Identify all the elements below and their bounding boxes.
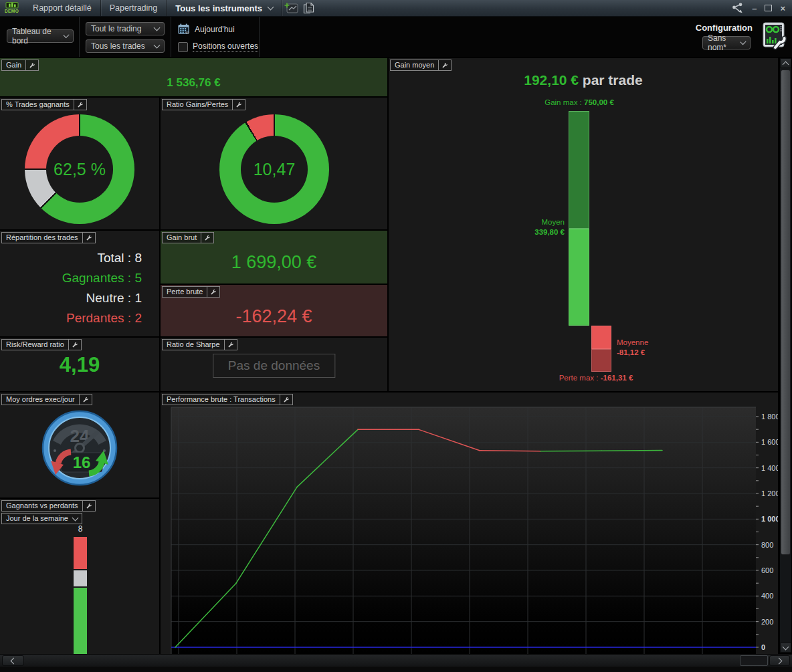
open-positions-label: Positions ouvertes <box>193 41 258 52</box>
gain-max-value: 750,00 € <box>584 98 614 106</box>
copy-report-button[interactable] <box>300 1 317 15</box>
wrench-button[interactable] <box>280 394 293 405</box>
ratio-gains-pertes-donut-chart: 10,47 <box>219 114 329 224</box>
wrench-icon <box>441 62 448 69</box>
axis-tick-label: 200 <box>761 618 773 626</box>
menu-rapport-detaille[interactable]: Rapport détaillé <box>24 0 100 16</box>
trades-filter-select[interactable]: Tous les trades <box>86 39 165 53</box>
horizontal-scrollbar-thumb[interactable] <box>740 655 768 666</box>
wrench-button[interactable] <box>26 60 39 71</box>
wrench-icon <box>77 102 84 108</box>
wrench-icon <box>235 102 242 108</box>
wrench-button[interactable] <box>207 286 220 298</box>
donut-hole: 10,47 <box>241 136 308 203</box>
panel-performance-header: Performance brute : Transactions <box>162 394 293 405</box>
gvp-period-select[interactable]: Jour de la semaine <box>1 513 82 524</box>
panel-gvp-header: Gagnants vs perdants <box>1 500 96 512</box>
toolbar-separator <box>259 17 260 57</box>
close-button[interactable]: × <box>780 4 785 13</box>
scroll-right-button[interactable] <box>769 655 790 666</box>
vertical-scrollbar-thumb[interactable] <box>781 70 791 555</box>
dashboard-select-label: Tableau de bord <box>12 27 62 45</box>
wrench-button[interactable] <box>83 232 96 243</box>
configure-dashboard-button[interactable] <box>762 21 787 54</box>
performance-segment <box>480 451 540 451</box>
repartition-rows: Total : 8 Gagnantes : 5 Neutre : 1 Perda… <box>0 248 142 328</box>
chevron-left-icon <box>11 657 17 664</box>
gain-moyen-value: 192,10 € <box>524 72 579 88</box>
moyen-value: 339,80 € <box>534 228 565 236</box>
trading-scope-label: Tout le trading <box>91 24 141 33</box>
wrench-button[interactable] <box>69 339 82 350</box>
scroll-left-button[interactable] <box>2 655 24 666</box>
perte-max-value: -161,31 € <box>601 374 633 382</box>
axis-tick-label: 1 600 <box>761 438 778 446</box>
wrench-icon <box>227 342 234 348</box>
orders-per-day-value: 16 <box>73 453 91 471</box>
wrench-button[interactable] <box>233 99 245 110</box>
copy-icon <box>303 2 314 14</box>
maximize-button[interactable] <box>765 5 772 11</box>
gvp-bar-total-label: 8 <box>67 524 94 534</box>
open-positions-checkbox[interactable] <box>178 42 188 52</box>
gain-max-label: Gain max : 750,00 € <box>506 98 653 108</box>
panel-ratio-header: Ratio Gains/Pertes <box>162 99 245 110</box>
toolbar-separator <box>171 17 171 57</box>
axis-tick-label: 400 <box>761 592 773 600</box>
chevron-down-icon <box>268 4 274 11</box>
wrench-button[interactable] <box>225 339 237 350</box>
panel-gain-brut-title: Gain brut <box>162 232 201 243</box>
repartition-perdantes: Perdantes : 2 <box>0 308 142 328</box>
pct-trades-value: 62,5 % <box>54 160 106 179</box>
scroll-up-button[interactable] <box>780 58 791 68</box>
today-button[interactable]: Aujourd'hui <box>178 23 235 35</box>
panel-gain-brut: Gain brut 1 699,00 € <box>161 231 387 284</box>
panel-performance: Performance brute : Transactions 0200400… <box>161 393 778 654</box>
wrench-button[interactable] <box>83 500 96 512</box>
panel-moy-ordres: Moy ordres exec/jour 24 16 <box>0 393 159 497</box>
moyenne-label: Moyenne -81,12 € <box>617 338 648 358</box>
wrench-button[interactable] <box>439 60 452 71</box>
gvp-bar-segment-perdants <box>74 537 87 569</box>
share-icon[interactable] <box>731 3 744 13</box>
panel-performance-title: Performance brute : Transactions <box>162 394 280 405</box>
wrench-icon <box>283 397 290 403</box>
wrench-icon <box>82 397 89 403</box>
scroll-down-button[interactable] <box>780 643 791 653</box>
trading-scope-select[interactable]: Tout le trading <box>86 22 165 35</box>
add-chart-button[interactable] <box>282 1 300 15</box>
panel-gain-moyen-title: Gain moyen <box>390 60 439 71</box>
menu-papertrading[interactable]: Papertrading <box>101 0 167 16</box>
dashboard-wrench-icon <box>762 21 787 51</box>
gain-moyen-bar-gain-max <box>569 111 589 229</box>
minimize-button[interactable]: – <box>752 4 757 13</box>
perte-brute-value: -162,24 € <box>161 306 387 327</box>
panel-moy-ordres-header: Moy ordres exec/jour <box>1 394 92 405</box>
panel-sharpe: Ratio de Sharpe Pas de données <box>161 338 387 391</box>
today-label: Aujourd'hui <box>195 25 235 34</box>
moyenne-caption: Moyenne <box>617 338 648 346</box>
chevron-down-icon <box>740 39 747 45</box>
vertical-scrollbar[interactable] <box>780 58 791 653</box>
wrench-button[interactable] <box>80 394 92 405</box>
chevron-down-icon <box>154 25 161 31</box>
open-positions-row[interactable]: Positions ouvertes <box>178 41 258 52</box>
toolbar-separator <box>79 17 80 57</box>
gvp-bar-segment-gagnants <box>74 588 87 654</box>
wrench-button[interactable] <box>201 232 214 243</box>
repartition-gagnantes: Gagnantes : 5 <box>0 268 142 288</box>
panel-pct-title: % Trades gagnants <box>1 99 74 110</box>
window-controls: – × <box>731 3 792 13</box>
performance-segment <box>540 451 601 451</box>
panel-risk-reward: Risk/Reward ratio 4,19 <box>0 338 159 391</box>
panel-moy-ordres-title: Moy ordres exec/jour <box>1 394 80 405</box>
performance-line-chart[interactable]: 02004006008001 0001 2001 4001 6001 800 <box>161 393 778 654</box>
configuration-select[interactable]: Sans nom* <box>702 36 751 49</box>
panel-gain-brut-header: Gain brut <box>162 232 214 243</box>
horizontal-scrollbar[interactable] <box>0 654 792 667</box>
gain-moyen-bar-moyenne <box>591 326 611 349</box>
instruments-dropdown[interactable]: Tous les instruments <box>167 0 282 16</box>
dashboard-select[interactable]: Tableau de bord <box>7 29 74 43</box>
wrench-button[interactable] <box>74 99 87 110</box>
panel-gagnants-perdants: Gagnants vs perdants Jour de la semaine … <box>0 499 159 654</box>
